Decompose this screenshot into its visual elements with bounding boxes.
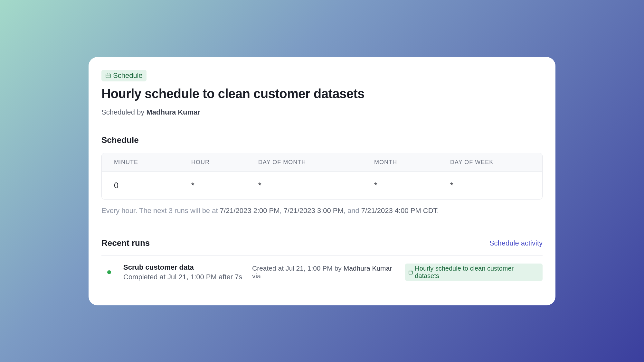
cron-col-month: MONTH — [362, 153, 438, 172]
cron-next-run-3: 7/21/2023 4:00 PM CDT — [361, 207, 437, 215]
cron-val-month: * — [362, 172, 438, 199]
run-schedule-badge-label: Hourly schedule to clean customer datase… — [415, 265, 539, 280]
run-duration: 7s — [235, 273, 242, 281]
cron-desc-prefix: Every hour. The next 3 runs will be at — [101, 207, 220, 215]
schedule-badge: Schedule — [101, 70, 147, 81]
svg-rect-4 — [409, 271, 412, 274]
scheduled-by: Scheduled by Madhura Kumar — [101, 108, 543, 116]
recent-runs-header: Recent runs Schedule activity — [101, 238, 543, 248]
calendar-icon — [408, 270, 413, 275]
run-schedule-badge[interactable]: Hourly schedule to clean customer datase… — [405, 264, 543, 281]
cron-col-minute: MINUTE — [102, 153, 179, 172]
cron-sep-1: , — [280, 207, 284, 215]
svg-rect-0 — [106, 74, 110, 78]
scheduled-by-prefix: Scheduled by — [101, 108, 146, 116]
scheduled-by-name: Madhura Kumar — [146, 108, 200, 116]
status-dot-success — [107, 270, 111, 274]
run-created-time: Jul 21, 1:00 PM — [286, 265, 333, 272]
cron-val-dow: * — [438, 172, 542, 199]
run-creator: Madhura Kumar — [344, 265, 392, 272]
cron-val-hour: * — [179, 172, 246, 199]
run-name: Scrub customer data — [123, 263, 252, 272]
cron-next-run-2: 7/21/2023 3:00 PM — [284, 207, 344, 215]
run-completed: Completed at Jul 21, 1:00 PM after 7s — [123, 273, 252, 281]
cron-val-dom: * — [246, 172, 362, 199]
cron-desc-suffix: . — [437, 207, 439, 215]
cron-val-minute: 0 — [102, 172, 179, 199]
run-left: Scrub customer data Completed at Jul 21,… — [123, 263, 252, 281]
cron-col-dow: DAY OF WEEK — [438, 153, 542, 172]
cron-next-run-1: 7/21/2023 2:00 PM — [220, 207, 280, 215]
recent-runs-heading: Recent runs — [101, 238, 150, 248]
cron-sep-2: , and — [344, 207, 361, 215]
schedule-heading: Schedule — [101, 135, 543, 145]
cron-col-dom: DAY OF MONTH — [246, 153, 362, 172]
cron-table: MINUTE HOUR DAY OF MONTH MONTH DAY OF WE… — [101, 153, 543, 200]
cron-col-hour: HOUR — [179, 153, 246, 172]
schedule-badge-label: Schedule — [113, 71, 143, 80]
cron-header-row: MINUTE HOUR DAY OF MONTH MONTH DAY OF WE… — [102, 153, 542, 172]
calendar-icon — [105, 73, 111, 79]
run-via-label: via — [252, 272, 261, 280]
cron-value-row: 0 * * * * — [102, 172, 542, 199]
run-completed-time: Jul 21, 1:00 PM — [167, 273, 217, 281]
schedule-card: Schedule Hourly schedule to clean custom… — [89, 57, 555, 305]
page-title: Hourly schedule to clean customer datase… — [101, 87, 543, 101]
run-by-label: by — [333, 265, 344, 272]
run-right: Created at Jul 21, 1:00 PM by Madhura Ku… — [252, 264, 543, 281]
run-after-label: after — [217, 273, 235, 281]
cron-description: Every hour. The next 3 runs will be at 7… — [101, 207, 543, 215]
schedule-activity-link[interactable]: Schedule activity — [489, 239, 543, 247]
run-created-prefix: Created at — [252, 265, 286, 272]
run-completed-prefix: Completed at — [123, 273, 167, 281]
run-created-text: Created at Jul 21, 1:00 PM by Madhura Ku… — [252, 265, 402, 280]
run-row[interactable]: Scrub customer data Completed at Jul 21,… — [101, 255, 543, 289]
